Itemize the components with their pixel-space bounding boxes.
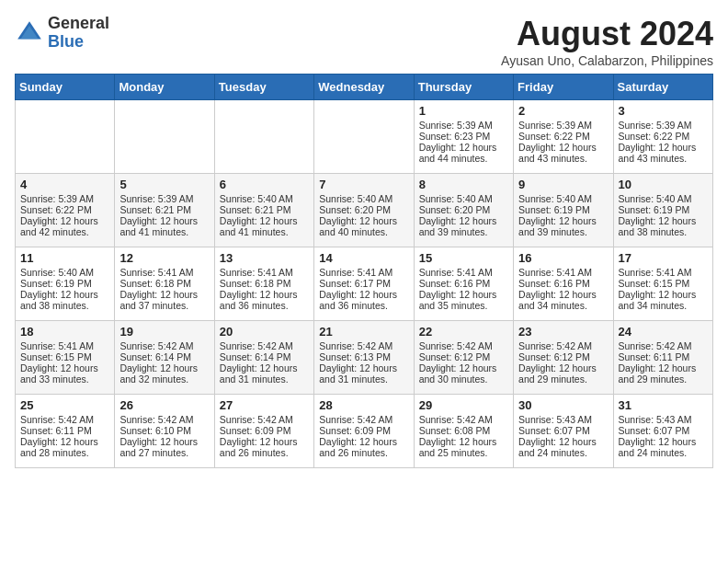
- day-number: 21: [319, 325, 408, 339]
- sunrise-text: Sunrise: 5:40 AM: [518, 193, 608, 204]
- daylight-text: Daylight: 12 hours and 37 minutes.: [119, 289, 209, 311]
- day-number: 26: [119, 398, 209, 412]
- calendar-cell: 22Sunrise: 5:42 AMSunset: 6:12 PMDayligh…: [414, 321, 513, 395]
- day-number: 10: [619, 178, 708, 191]
- calendar-table: SundayMondayTuesdayWednesdayThursdayFrid…: [15, 74, 713, 468]
- day-number: 8: [419, 178, 508, 191]
- calendar-cell: 15Sunrise: 5:41 AMSunset: 6:16 PMDayligh…: [414, 247, 513, 321]
- header-cell-sunday: Sunday: [16, 75, 115, 100]
- calendar-cell: 3Sunrise: 5:39 AMSunset: 6:22 PMDaylight…: [613, 100, 712, 174]
- sunset-text: Sunset: 6:07 PM: [619, 425, 708, 436]
- calendar-cell: 25Sunrise: 5:42 AMSunset: 6:11 PMDayligh…: [16, 395, 115, 468]
- sunset-text: Sunset: 6:22 PM: [518, 131, 608, 142]
- calendar-cell: 31Sunrise: 5:43 AMSunset: 6:07 PMDayligh…: [613, 395, 712, 468]
- calendar-row: 25Sunrise: 5:42 AMSunset: 6:11 PMDayligh…: [16, 395, 713, 468]
- day-number: 15: [419, 251, 508, 265]
- sunset-text: Sunset: 6:16 PM: [518, 278, 608, 289]
- sunset-text: Sunset: 6:17 PM: [319, 278, 408, 289]
- daylight-text: Daylight: 12 hours and 24 minutes.: [619, 436, 708, 458]
- daylight-text: Daylight: 12 hours and 33 minutes.: [20, 362, 109, 385]
- header-cell-monday: Monday: [115, 75, 214, 100]
- sunrise-text: Sunrise: 5:42 AM: [319, 414, 408, 425]
- day-number: 18: [20, 325, 109, 339]
- day-number: 28: [319, 398, 408, 412]
- sunset-text: Sunset: 6:22 PM: [20, 204, 109, 215]
- day-number: 25: [20, 398, 109, 412]
- calendar-cell: 12Sunrise: 5:41 AMSunset: 6:18 PMDayligh…: [115, 247, 214, 321]
- location-subtitle: Ayusan Uno, Calabarzon, Philippines: [501, 53, 713, 68]
- logo-icon: [15, 18, 44, 48]
- day-number: 11: [20, 251, 109, 265]
- sunrise-text: Sunrise: 5:39 AM: [518, 120, 608, 131]
- logo: General Blue: [15, 15, 109, 52]
- sunset-text: Sunset: 6:21 PM: [119, 204, 209, 215]
- calendar-cell: 8Sunrise: 5:40 AMSunset: 6:20 PMDaylight…: [414, 174, 513, 247]
- daylight-text: Daylight: 12 hours and 26 minutes.: [220, 436, 309, 458]
- day-number: 20: [220, 325, 309, 339]
- sunrise-text: Sunrise: 5:42 AM: [119, 340, 209, 351]
- day-number: 7: [319, 178, 408, 191]
- calendar-cell: 18Sunrise: 5:41 AMSunset: 6:15 PMDayligh…: [16, 321, 115, 395]
- sunset-text: Sunset: 6:22 PM: [619, 131, 708, 142]
- sunrise-text: Sunrise: 5:42 AM: [518, 340, 608, 351]
- daylight-text: Daylight: 12 hours and 34 minutes.: [518, 289, 608, 311]
- day-number: 6: [220, 178, 309, 191]
- daylight-text: Daylight: 12 hours and 36 minutes.: [319, 289, 408, 311]
- day-number: 29: [419, 398, 508, 412]
- sunset-text: Sunset: 6:15 PM: [619, 278, 708, 289]
- calendar-cell: 10Sunrise: 5:40 AMSunset: 6:19 PMDayligh…: [613, 174, 712, 247]
- daylight-text: Daylight: 12 hours and 43 minutes.: [518, 142, 608, 164]
- sunset-text: Sunset: 6:12 PM: [518, 351, 608, 362]
- sunrise-text: Sunrise: 5:40 AM: [20, 267, 109, 278]
- sunset-text: Sunset: 6:23 PM: [419, 131, 508, 142]
- sunrise-text: Sunrise: 5:41 AM: [319, 267, 408, 278]
- day-number: 13: [220, 251, 309, 265]
- sunset-text: Sunset: 6:09 PM: [319, 425, 408, 436]
- daylight-text: Daylight: 12 hours and 29 minutes.: [619, 362, 708, 385]
- sunset-text: Sunset: 6:14 PM: [220, 351, 309, 362]
- sunrise-text: Sunrise: 5:40 AM: [619, 193, 708, 204]
- sunrise-text: Sunrise: 5:41 AM: [220, 267, 309, 278]
- calendar-cell: 16Sunrise: 5:41 AMSunset: 6:16 PMDayligh…: [514, 247, 613, 321]
- day-number: 23: [518, 325, 608, 339]
- calendar-cell: [115, 100, 214, 174]
- sunrise-text: Sunrise: 5:40 AM: [220, 193, 309, 204]
- daylight-text: Daylight: 12 hours and 32 minutes.: [119, 362, 209, 385]
- calendar-cell: 4Sunrise: 5:39 AMSunset: 6:22 PMDaylight…: [16, 174, 115, 247]
- day-number: 9: [518, 178, 608, 191]
- calendar-cell: 26Sunrise: 5:42 AMSunset: 6:10 PMDayligh…: [115, 395, 214, 468]
- day-number: 12: [119, 251, 209, 265]
- logo-blue-text: Blue: [48, 32, 84, 51]
- calendar-cell: 6Sunrise: 5:40 AMSunset: 6:21 PMDaylight…: [214, 174, 313, 247]
- daylight-text: Daylight: 12 hours and 34 minutes.: [619, 289, 708, 311]
- daylight-text: Daylight: 12 hours and 38 minutes.: [619, 215, 708, 237]
- calendar-cell: [314, 100, 414, 174]
- calendar-row: 18Sunrise: 5:41 AMSunset: 6:15 PMDayligh…: [16, 321, 713, 395]
- day-number: 31: [619, 398, 708, 412]
- calendar-cell: 30Sunrise: 5:43 AMSunset: 6:07 PMDayligh…: [514, 395, 613, 468]
- day-number: 14: [319, 251, 408, 265]
- calendar-cell: 5Sunrise: 5:39 AMSunset: 6:21 PMDaylight…: [115, 174, 214, 247]
- daylight-text: Daylight: 12 hours and 31 minutes.: [319, 362, 408, 385]
- sunset-text: Sunset: 6:20 PM: [419, 204, 508, 215]
- day-number: 3: [619, 104, 708, 118]
- daylight-text: Daylight: 12 hours and 24 minutes.: [518, 436, 608, 458]
- header-row: SundayMondayTuesdayWednesdayThursdayFrid…: [16, 75, 713, 100]
- sunrise-text: Sunrise: 5:42 AM: [419, 340, 508, 351]
- sunset-text: Sunset: 6:10 PM: [119, 425, 209, 436]
- calendar-cell: [16, 100, 115, 174]
- daylight-text: Daylight: 12 hours and 39 minutes.: [419, 215, 508, 237]
- day-number: 2: [518, 104, 608, 118]
- sunset-text: Sunset: 6:11 PM: [20, 425, 109, 436]
- day-number: 19: [119, 325, 209, 339]
- daylight-text: Daylight: 12 hours and 43 minutes.: [619, 142, 708, 164]
- calendar-row: 11Sunrise: 5:40 AMSunset: 6:19 PMDayligh…: [16, 247, 713, 321]
- daylight-text: Daylight: 12 hours and 28 minutes.: [20, 436, 109, 458]
- sunrise-text: Sunrise: 5:42 AM: [20, 414, 109, 425]
- day-number: 5: [119, 178, 209, 191]
- daylight-text: Daylight: 12 hours and 44 minutes.: [419, 142, 508, 164]
- calendar-cell: 20Sunrise: 5:42 AMSunset: 6:14 PMDayligh…: [214, 321, 313, 395]
- calendar-cell: [214, 100, 313, 174]
- sunrise-text: Sunrise: 5:39 AM: [119, 193, 209, 204]
- daylight-text: Daylight: 12 hours and 25 minutes.: [419, 436, 508, 458]
